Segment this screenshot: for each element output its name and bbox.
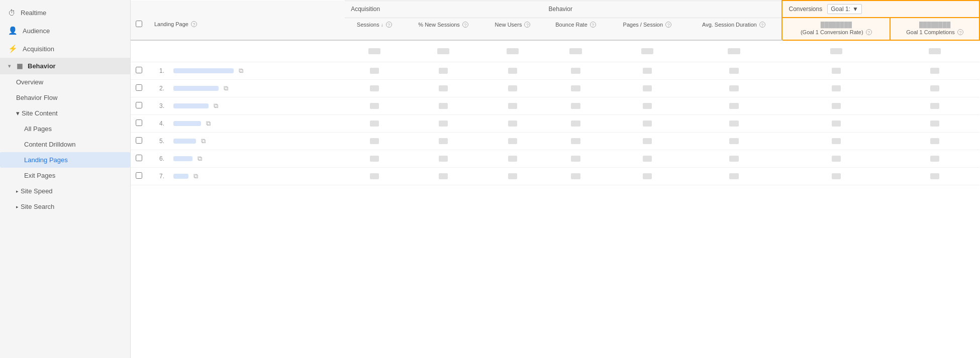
acquisition-group-header: Acquisition	[345, 1, 542, 18]
landing-pages-label: Landing Pages	[24, 156, 68, 164]
row5-checkbox-cell	[131, 132, 147, 150]
audience-icon: 👤	[8, 26, 18, 35]
row6-copy-icon[interactable]: ⧉	[198, 155, 202, 163]
row4-landing-page-cell: 4. ⧉	[147, 114, 345, 132]
row3-copy-icon[interactable]: ⧉	[214, 102, 218, 110]
row2-copy-icon[interactable]: ⧉	[224, 84, 228, 92]
table-row: 2. ⧉	[131, 79, 979, 97]
sidebar-item-site-speed[interactable]: ▸ Site Speed	[0, 183, 130, 199]
sidebar-item-content-drilldown[interactable]: Content Drilldown	[0, 137, 130, 152]
totals-landing-cell	[147, 40, 345, 62]
bounce-rate-help-icon[interactable]: ?	[590, 22, 596, 28]
pct-new-sessions-help-icon[interactable]: ?	[462, 22, 468, 28]
row2-pages-session	[609, 79, 685, 97]
site-speed-label: Site Speed	[21, 187, 53, 195]
sidebar-label-acquisition: Acquisition	[23, 45, 54, 53]
row6-new-users	[483, 150, 543, 167]
table-group-header-row: Acquisition Behavior Conversions Goal 1:…	[131, 1, 979, 18]
bounce-rate-col-header: Bounce Rate ?	[543, 18, 609, 40]
main-content: Acquisition Behavior Conversions Goal 1:…	[131, 0, 980, 358]
sidebar-item-audience[interactable]: 👤 Audience	[0, 22, 130, 40]
goal1-conv-rate-help-icon[interactable]: ?	[866, 29, 872, 35]
row4-copy-icon[interactable]: ⧉	[206, 120, 211, 128]
totals-avg-session-cell	[685, 40, 782, 62]
sessions-label: Sessions	[357, 22, 379, 28]
new-users-help-icon[interactable]: ?	[524, 22, 530, 28]
row5-checkbox[interactable]	[136, 137, 142, 144]
row2-checkbox[interactable]	[136, 84, 142, 91]
behavior-flow-label: Behavior Flow	[16, 94, 57, 101]
row7-checkbox-cell	[131, 167, 147, 185]
realtime-icon: ⏱	[8, 9, 16, 17]
row5-copy-icon[interactable]: ⧉	[201, 137, 206, 145]
totals-goal1-conv-value	[830, 48, 842, 54]
goal-dropdown[interactable]: Goal 1: ▼	[827, 4, 862, 14]
totals-goal1-comp-cell	[890, 40, 979, 62]
all-pages-label: All Pages	[24, 125, 52, 133]
row1-pages-session	[609, 62, 685, 79]
row7-checkbox[interactable]	[136, 172, 142, 179]
row6-pages-session	[609, 150, 685, 167]
row3-checkbox[interactable]	[136, 102, 142, 108]
row1-checkbox[interactable]	[136, 67, 142, 73]
sidebar-label-audience: Audience	[23, 27, 50, 35]
row5-landing-page-cell: 5. ⧉	[147, 132, 345, 150]
sidebar-item-realtime[interactable]: ⏱ Realtime	[0, 4, 130, 22]
row3-checkbox-cell	[131, 97, 147, 114]
sidebar-item-landing-pages[interactable]: Landing Pages ◀	[0, 152, 130, 168]
avg-session-duration-col-header: Avg. Session Duration ?	[685, 18, 782, 40]
sidebar-item-all-pages[interactable]: All Pages	[0, 121, 130, 137]
sidebar: ⏱ Realtime 👤 Audience ⚡ Acquisition ▾ ▦ …	[0, 0, 131, 358]
avg-session-duration-help-icon[interactable]: ?	[759, 22, 765, 28]
row4-checkbox[interactable]	[136, 120, 142, 126]
totals-goal1-conv-cell	[782, 40, 890, 62]
sidebar-item-exit-pages[interactable]: Exit Pages	[0, 168, 130, 183]
select-all-checkbox[interactable]	[136, 21, 142, 27]
row5-pages-session	[609, 132, 685, 150]
row5-new-users	[483, 132, 543, 150]
sidebar-item-overview[interactable]: Overview	[0, 74, 130, 90]
sidebar-item-behavior[interactable]: ▾ ▦ Behavior ◀	[0, 58, 130, 74]
row4-goal1-conv	[782, 114, 890, 132]
goal-dropdown-arrow-icon: ▼	[852, 6, 858, 13]
goal1-completions-help-icon[interactable]: ?	[957, 29, 963, 35]
row4-bounce-rate	[543, 114, 609, 132]
pages-session-help-icon[interactable]: ?	[665, 22, 671, 28]
row7-goal1-conv	[782, 167, 890, 185]
totals-checkbox-cell	[131, 40, 147, 62]
sidebar-item-site-search[interactable]: ▸ Site Search	[0, 199, 130, 214]
row6-bounce-rate	[543, 150, 609, 167]
sessions-help-icon[interactable]: ?	[386, 22, 392, 28]
overview-label: Overview	[16, 78, 43, 86]
landing-page-help-icon[interactable]: ?	[191, 21, 197, 27]
row7-new-users	[483, 167, 543, 185]
row2-checkbox-cell	[131, 79, 147, 97]
row5-goal1-conv	[782, 132, 890, 150]
row2-avg-session	[685, 79, 782, 97]
table-col-header-row: Landing Page ? Sessions ↓ ? % New Sessio…	[131, 18, 979, 40]
sessions-sort-icon[interactable]: ↓	[381, 22, 383, 28]
row7-number: 7.	[159, 173, 170, 180]
empty-header	[131, 1, 345, 18]
landing-pages-table: Acquisition Behavior Conversions Goal 1:…	[131, 0, 980, 185]
row4-new-users	[483, 114, 543, 132]
row1-pct-new	[404, 62, 483, 79]
totals-new-users-cell	[483, 40, 543, 62]
row7-goal1-comp	[890, 167, 979, 185]
sidebar-item-behavior-flow[interactable]: Behavior Flow	[0, 90, 130, 105]
sidebar-item-acquisition[interactable]: ⚡ Acquisition	[0, 40, 130, 58]
row1-copy-icon[interactable]: ⧉	[239, 67, 243, 75]
site-content-label: Site Content	[22, 109, 58, 117]
behavior-chevron-icon: ▾	[8, 63, 11, 69]
row6-checkbox[interactable]	[136, 155, 142, 161]
sidebar-item-site-content[interactable]: ▾ Site Content ◀	[0, 105, 130, 121]
row4-pages-session	[609, 114, 685, 132]
table-totals-row	[131, 40, 979, 62]
table-row: 5. ⧉	[131, 132, 979, 150]
row3-sessions	[345, 97, 404, 114]
sessions-col-header: Sessions ↓ ?	[345, 18, 404, 40]
totals-pct-new-cell	[404, 40, 483, 62]
row7-copy-icon[interactable]: ⧉	[193, 172, 198, 180]
row1-goal1-comp	[890, 62, 979, 79]
row1-landing-page-cell: 1. ⧉	[147, 62, 345, 79]
